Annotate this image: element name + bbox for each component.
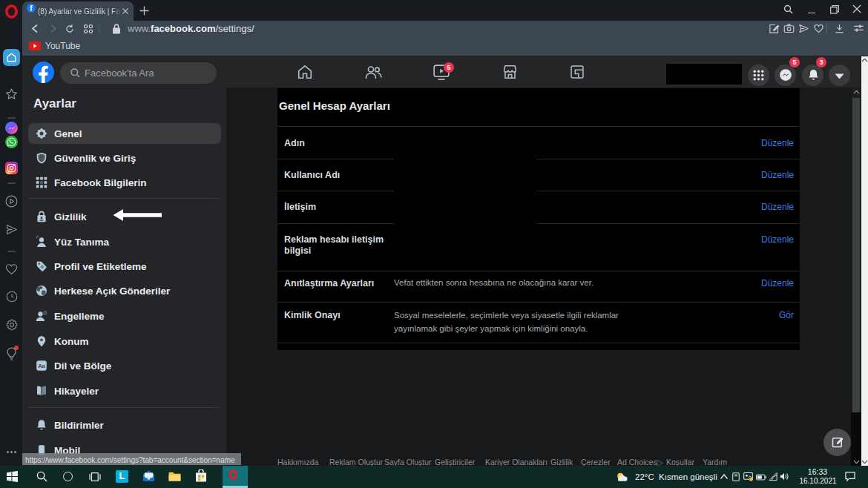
- svg-text:Aa: Aa: [38, 363, 45, 369]
